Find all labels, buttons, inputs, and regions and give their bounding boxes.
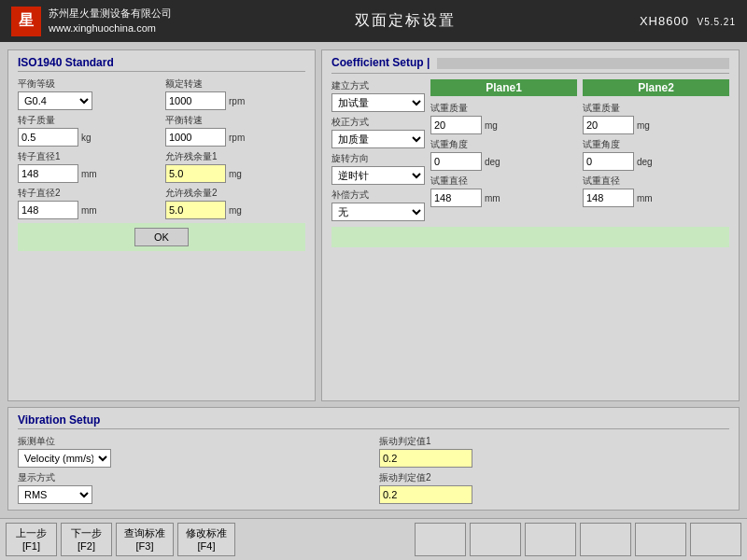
- allow-remain2-label: 允许残余量2: [165, 187, 305, 200]
- flat-speed-label: 平衡转速: [165, 114, 305, 127]
- plane2-mass-input[interactable]: [583, 116, 634, 134]
- toolbar-empty-5: [635, 523, 686, 556]
- direction-select[interactable]: 逆时针: [331, 166, 425, 185]
- flat-speed-row: rpm: [165, 128, 305, 147]
- header: 星 苏州星火量测设备有限公司 www.xinghuochina.com 双面定标…: [0, 0, 747, 42]
- rotor-dia1-input[interactable]: [18, 164, 78, 183]
- iso-panel: ISO1940 Standard 平衡等级 G0.4G1G2.5G6.3 额定转…: [7, 49, 316, 401]
- toolbar-empty-1: [415, 523, 466, 556]
- plane1-mass-unit: mg: [485, 120, 498, 131]
- prev-step-line1: 上一步: [16, 526, 47, 539]
- plane1-angle-label: 试重角度: [430, 138, 577, 151]
- rotor-mass-input[interactable]: [18, 128, 78, 147]
- rated-speed-input[interactable]: [165, 91, 226, 110]
- compensate-select[interactable]: 无: [331, 203, 425, 221]
- toolbar-empty-2: [470, 523, 521, 556]
- iso-ok-area: OK: [18, 223, 305, 251]
- plane1-dia-input[interactable]: [430, 189, 482, 207]
- plane1-angle-input[interactable]: [430, 152, 482, 171]
- allow-remain1-field: 允许残余量1 mg: [165, 150, 305, 183]
- balance-grade-label: 平衡等级: [18, 77, 158, 91]
- prev-step-button[interactable]: 上一步 [F1]: [6, 523, 57, 556]
- compensate-field: 补偿方式 无: [331, 189, 425, 221]
- logo: 星 苏州星火量测设备有限公司 www.xinghuochina.com: [11, 7, 172, 36]
- coeff-inner: 建立方式 加试量 校正方式 加质量 旋转方向 逆时: [331, 79, 729, 221]
- logo-icon: 星: [11, 7, 41, 36]
- vib-threshold2-field: 振动判定值2: [379, 471, 729, 504]
- plane1-mass-label: 试重质量: [430, 102, 577, 115]
- query-standard-line1: 查询标准: [124, 526, 165, 539]
- vib-inner: 振测单位 Velocity (mm/s) Displacement Accele…: [18, 435, 729, 504]
- modify-standard-line1: 修改标准: [186, 526, 227, 539]
- rotor-dia2-input[interactable]: [18, 201, 78, 219]
- plane2-col: Plane2 试重质量 mg 试重角度 de: [583, 79, 729, 221]
- plane2-dia-input[interactable]: [583, 189, 634, 207]
- vib-threshold1-field: 振动判定值1: [379, 435, 729, 468]
- ok-button[interactable]: OK: [134, 228, 189, 246]
- plane2-angle-field: 试重角度 deg: [583, 138, 729, 171]
- rotor-dia2-label: 转子直径2: [18, 187, 158, 200]
- plane2-mass-field: 试重质量 mg: [583, 102, 729, 134]
- display-method-select[interactable]: RMS Peak: [18, 485, 92, 504]
- rated-speed-row: rpm: [165, 91, 305, 110]
- coeff-panel: Coefficient Setup | 建立方式 加试量 校正方式: [321, 49, 740, 401]
- rotor-dia2-unit: mm: [81, 205, 97, 216]
- rotor-mass-unit: kg: [81, 133, 92, 143]
- modify-standard-button[interactable]: 修改标准 [F4]: [177, 523, 235, 556]
- top-row: ISO1940 Standard 平衡等级 G0.4G1G2.5G6.3 额定转…: [7, 49, 740, 401]
- coeff-panel-title: Coefficient Setup |: [331, 56, 430, 71]
- plane2-dia-label: 试重直径: [583, 175, 729, 188]
- coeff-left: 建立方式 加试量 校正方式 加质量 旋转方向 逆时: [331, 79, 425, 221]
- vib-threshold2-input[interactable]: [379, 485, 472, 504]
- main-content: ISO1940 Standard 平衡等级 G0.4G1G2.5G6.3 额定转…: [0, 42, 747, 518]
- allow-remain2-input[interactable]: [165, 201, 226, 219]
- allow-remain2-unit: mg: [229, 205, 242, 216]
- plane2-angle-label: 试重角度: [583, 138, 729, 151]
- allow-remain1-row: mg: [165, 164, 305, 183]
- plane1-dia-unit: mm: [485, 193, 500, 203]
- vibration-panel-title: Vibration Setup: [18, 413, 729, 429]
- modify-standard-line2: [F4]: [186, 539, 227, 553]
- next-step-button[interactable]: 下一步 [F2]: [61, 523, 112, 556]
- rated-speed-field: 额定转速 rpm: [165, 77, 305, 110]
- balance-grade-select[interactable]: G0.4G1G2.5G6.3: [18, 91, 92, 110]
- plane2-angle-input[interactable]: [583, 152, 634, 171]
- plane2-dia-field: 试重直径 mm: [583, 175, 729, 207]
- rotor-dia1-row: mm: [18, 164, 158, 183]
- direction-label: 旋转方向: [331, 152, 425, 165]
- plane1-mass-field: 试重质量 mg: [430, 102, 577, 134]
- allow-remain1-label: 允许残余量1: [165, 150, 305, 163]
- vib-threshold1-label: 振动判定值1: [379, 435, 729, 448]
- measure-unit-label: 振测单位: [18, 435, 368, 448]
- correct-method-label: 校正方式: [331, 116, 425, 129]
- prev-step-line2: [F1]: [16, 539, 47, 553]
- flat-speed-input[interactable]: [165, 128, 226, 147]
- measure-unit-select[interactable]: Velocity (mm/s) Displacement Acceleratio…: [18, 449, 111, 468]
- query-standard-button[interactable]: 查询标准 [F3]: [116, 523, 174, 556]
- flat-speed-field: 平衡转速 rpm: [165, 114, 305, 147]
- next-step-line1: 下一步: [71, 526, 102, 539]
- logo-text: 苏州星火量测设备有限公司 www.xinghuochina.com: [49, 7, 172, 35]
- allow-remain1-input[interactable]: [165, 164, 226, 183]
- vib-threshold1-input[interactable]: [379, 449, 472, 468]
- correct-method-select[interactable]: 加质量: [331, 130, 425, 148]
- rotor-mass-field: 转子质量 kg: [18, 114, 158, 147]
- establish-method-select[interactable]: 加试量: [331, 93, 425, 112]
- toolbar: 上一步 [F1] 下一步 [F2] 查询标准 [F3] 修改标准 [F4]: [0, 518, 747, 560]
- rotor-mass-row: kg: [18, 128, 158, 147]
- plane1-mass-input[interactable]: [430, 116, 482, 134]
- logo-line1: 苏州星火量测设备有限公司: [49, 7, 172, 21]
- logo-line2: www.xinghuochina.com: [49, 21, 172, 35]
- plane2-mass-label: 试重质量: [583, 102, 729, 115]
- balance-grade-field: 平衡等级 G0.4G1G2.5G6.3: [18, 77, 158, 110]
- plane2-angle-unit: deg: [637, 157, 653, 167]
- coeff-ok-area: [331, 227, 729, 247]
- plane1-dia-field: 试重直径 mm: [430, 175, 577, 207]
- toolbar-empty-3: [525, 523, 576, 556]
- rotor-dia2-row: mm: [18, 201, 158, 219]
- model-number: XH8600: [640, 14, 689, 28]
- plane1-col: Plane1 试重质量 mg 试重角度 de: [430, 79, 577, 221]
- plane1-angle-field: 试重角度 deg: [430, 138, 577, 171]
- display-method-field: 显示方式 RMS Peak: [18, 471, 368, 504]
- measure-unit-field: 振测单位 Velocity (mm/s) Displacement Accele…: [18, 435, 368, 468]
